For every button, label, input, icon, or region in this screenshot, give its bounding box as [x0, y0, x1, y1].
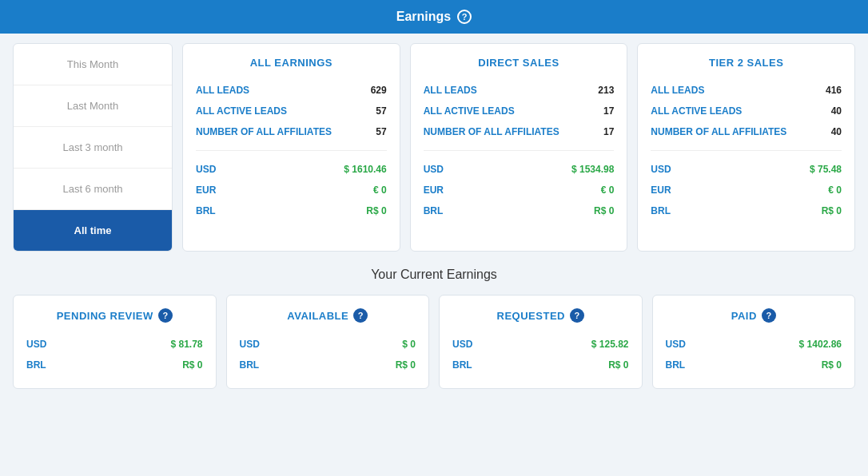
- available-header: AVAILABLE ?: [240, 308, 416, 323]
- pending-review-brl: BRL R$ 0: [26, 355, 203, 375]
- all-earnings-usd: USD $ 1610.46: [196, 159, 387, 180]
- requested-brl: BRL R$ 0: [452, 355, 629, 375]
- available-usd: USD $ 0: [240, 334, 416, 355]
- current-earnings-title: Your Current Earnings: [13, 268, 855, 282]
- filter-all-time[interactable]: All time: [14, 210, 172, 251]
- filter-last-3-month[interactable]: Last 3 month: [14, 127, 172, 169]
- filter-this-month[interactable]: This Month: [14, 44, 172, 85]
- filter-last-6-month[interactable]: Last 6 month: [14, 169, 172, 210]
- tier2-sales-active-leads: ALL ACTIVE LEADS 40: [651, 101, 842, 121]
- available-brl: BRL R$ 0: [240, 355, 416, 375]
- direct-sales-col: DIRECT SALES ALL LEADS 213 ALL ACTIVE LE…: [410, 43, 628, 252]
- available-title: AVAILABLE: [287, 310, 348, 322]
- all-earnings-all-leads: ALL LEADS 629: [196, 80, 387, 101]
- tier2-sales-eur: EUR € 0: [651, 180, 842, 200]
- all-earnings-affiliates: NUMBER OF ALL AFFILIATES 57: [196, 121, 387, 142]
- direct-sales-affiliates: NUMBER OF ALL AFFILIATES 17: [424, 121, 615, 142]
- tier2-sales-header: TIER 2 SALES: [651, 57, 842, 69]
- pending-review-help-icon[interactable]: ?: [158, 308, 173, 323]
- available-card: AVAILABLE ? USD $ 0 BRL R$ 0: [226, 295, 430, 389]
- all-earnings-brl: BRL R$ 0: [196, 200, 387, 221]
- paid-help-icon[interactable]: ?: [762, 308, 776, 323]
- earnings-section: This Month Last Month Last 3 month Last …: [13, 43, 855, 252]
- current-earnings-grid: PENDING REVIEW ? USD $ 81.78 BRL R$ 0 AV…: [13, 295, 855, 389]
- pending-review-usd: USD $ 81.78: [26, 334, 203, 355]
- pending-review-title: PENDING REVIEW: [57, 310, 153, 322]
- page-header: Earnings ?: [0, 0, 868, 34]
- filter-last-month[interactable]: Last Month: [14, 85, 172, 127]
- all-earnings-header: ALL EARNINGS: [196, 57, 387, 69]
- direct-sales-usd: USD $ 1534.98: [424, 159, 615, 180]
- main-content: This Month Last Month Last 3 month Last …: [0, 34, 868, 399]
- direct-sales-all-leads: ALL LEADS 213: [424, 80, 615, 101]
- page-title: Earnings: [396, 10, 451, 24]
- all-earnings-col: ALL EARNINGS ALL LEADS 629 ALL ACTIVE LE…: [182, 43, 400, 252]
- requested-help-icon[interactable]: ?: [570, 308, 584, 323]
- tier2-sales-col: TIER 2 SALES ALL LEADS 416 ALL ACTIVE LE…: [637, 43, 855, 252]
- tier2-sales-brl: BRL R$ 0: [651, 200, 842, 221]
- direct-sales-brl: BRL R$ 0: [424, 200, 615, 221]
- requested-card: REQUESTED ? USD $ 125.82 BRL R$ 0: [439, 295, 643, 389]
- paid-title: PAID: [731, 310, 757, 322]
- time-filter: This Month Last Month Last 3 month Last …: [13, 43, 173, 252]
- direct-sales-active-leads: ALL ACTIVE LEADS 17: [424, 101, 615, 121]
- requested-usd: USD $ 125.82: [452, 334, 629, 355]
- paid-card: PAID ? USD $ 1402.86 BRL R$ 0: [652, 295, 856, 389]
- tier2-sales-all-leads: ALL LEADS 416: [651, 80, 842, 101]
- tier2-sales-affiliates: NUMBER OF ALL AFFILIATES 40: [651, 121, 842, 142]
- current-earnings-section: Your Current Earnings PENDING REVIEW ? U…: [13, 268, 855, 389]
- requested-header: REQUESTED ?: [452, 308, 629, 323]
- paid-brl: BRL R$ 0: [666, 355, 842, 375]
- pending-review-card: PENDING REVIEW ? USD $ 81.78 BRL R$ 0: [13, 295, 217, 389]
- requested-title: REQUESTED: [497, 310, 565, 322]
- direct-sales-header: DIRECT SALES: [424, 57, 615, 69]
- paid-header: PAID ?: [666, 308, 842, 323]
- paid-usd: USD $ 1402.86: [666, 334, 842, 355]
- header-help-icon[interactable]: ?: [457, 10, 472, 24]
- available-help-icon[interactable]: ?: [353, 308, 368, 323]
- all-earnings-active-leads: ALL ACTIVE LEADS 57: [196, 101, 387, 121]
- direct-sales-eur: EUR € 0: [424, 180, 615, 200]
- all-earnings-eur: EUR € 0: [196, 180, 387, 200]
- tier2-sales-usd: USD $ 75.48: [651, 159, 842, 180]
- pending-review-header: PENDING REVIEW ?: [26, 308, 203, 323]
